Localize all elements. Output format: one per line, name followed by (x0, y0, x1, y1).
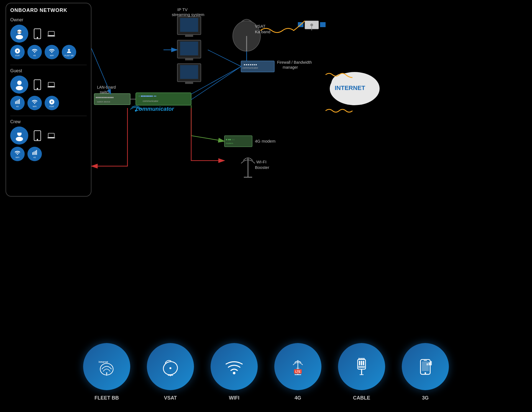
svg-rect-15 (16, 101, 17, 104)
guest-avatar (10, 76, 28, 94)
owner-avatar (10, 25, 28, 43)
svg-rect-3 (20, 31, 22, 33)
svg-rect-44 (305, 21, 319, 29)
svg-rect-17 (19, 99, 20, 104)
svg-rect-37 (185, 82, 193, 84)
svg-rect-31 (185, 35, 193, 37)
guest-4g-badge: 4G (10, 96, 25, 110)
wifi-icon (224, 357, 244, 376)
svg-text:inmarsat: inmarsat (99, 361, 108, 363)
guest-label: Guest (10, 68, 87, 73)
svg-rect-26 (34, 151, 34, 155)
svg-text:■■■■■■■■■■■■: ■■■■■■■■■■■■ (96, 96, 114, 99)
crew-wifi-badge: WiFi (10, 147, 25, 161)
svg-point-19 (16, 137, 23, 141)
4g-item: LTE 4G (274, 343, 321, 401)
svg-text:○ ■■■■■■■■ ●●: ○ ■■■■■■■■ ●● (139, 95, 157, 97)
svg-rect-105 (363, 361, 364, 365)
svg-line-78 (208, 50, 241, 66)
svg-text:IP TV: IP TV (177, 7, 188, 12)
guest-section: Guest (10, 68, 87, 110)
cable-item: CABLE (338, 343, 385, 401)
svg-rect-28 (36, 150, 37, 154)
svg-rect-25 (32, 152, 33, 155)
svg-rect-27 (35, 151, 36, 155)
svg-point-95 (233, 372, 235, 374)
owner-services: VSAT 4G WiFi FLEET BB (10, 45, 87, 59)
svg-point-10 (16, 86, 23, 90)
crew-devices (10, 127, 87, 145)
svg-rect-24 (48, 133, 54, 137)
svg-rect-59 (136, 93, 191, 105)
svg-point-74 (356, 76, 378, 96)
svg-rect-7 (48, 31, 54, 35)
owner-label: Owner (10, 17, 87, 22)
svg-point-23 (37, 139, 38, 140)
svg-text:Ka band: Ka band (255, 29, 270, 34)
guest-tablet (32, 78, 42, 91)
svg-rect-21 (17, 131, 21, 132)
vsat-item: VSAT (147, 343, 194, 401)
svg-point-9 (17, 81, 22, 85)
crew-laptop (46, 129, 56, 142)
onboard-title: ONBOARD NETWORK (10, 7, 87, 13)
crew-section: Crew (10, 119, 87, 161)
svg-point-75 (334, 86, 375, 102)
svg-text:■ ■■ ○○: ■ ■■ ○○ (226, 138, 235, 141)
owner-section: Owner (10, 17, 87, 59)
vsat-label: VSAT (164, 395, 177, 401)
guest-laptop (46, 78, 56, 91)
svg-text:manager: manager (283, 65, 298, 69)
svg-rect-45 (298, 22, 303, 27)
cable-label: CABLE (353, 395, 370, 401)
svg-text:modem: modem (226, 142, 233, 145)
diagram-container: ONBOARD NETWORK Owner (0, 0, 532, 291)
svg-rect-34 (185, 58, 193, 60)
crew-tablet (32, 129, 42, 142)
svg-rect-125 (431, 361, 432, 365)
3g-item: 3G (402, 343, 449, 401)
svg-text:communicator: communicator (143, 100, 158, 102)
svg-rect-36 (180, 65, 198, 79)
guest-vsat-badge: VSAT (45, 96, 59, 110)
svg-point-72 (330, 72, 380, 105)
onboard-panel: ONBOARD NETWORK Owner (6, 3, 91, 197)
svg-line-79 (91, 48, 111, 94)
vsat-circle (147, 343, 194, 390)
guest-wifi-badge: WiFi (27, 96, 42, 110)
fleet-bb-label: FLEET BB (94, 395, 119, 401)
owner-wifi-badge: WiFi (45, 45, 59, 59)
svg-rect-106 (358, 366, 365, 368)
svg-text:WI-FI: WI-FI (256, 159, 267, 164)
svg-rect-104 (361, 361, 362, 365)
svg-rect-16 (18, 100, 19, 104)
fleet-bb-circle: inmarsat (83, 343, 130, 390)
wifi-label: WIFI (229, 395, 239, 401)
owner-devices (10, 25, 87, 43)
svg-text:INTERNET: INTERNET (335, 84, 365, 91)
fleet-bb-item: inmarsat FLEET BB (83, 343, 130, 401)
svg-text:■ ■ ■ ■ ■ ■ ■: ■ ■ ■ ■ ■ ■ ■ (244, 63, 257, 66)
wifi-circle (211, 343, 258, 390)
svg-text:Firewall / Bandwidth: Firewall / Bandwidth (277, 60, 312, 65)
owner-laptop (46, 27, 56, 40)
wifi-item: WIFI (211, 343, 258, 401)
4g-circle: LTE (274, 343, 321, 390)
svg-point-8 (68, 49, 70, 51)
svg-point-63 (135, 110, 137, 112)
vsat-icon (161, 357, 180, 376)
svg-text:VSAT: VSAT (255, 24, 265, 29)
svg-rect-14 (15, 101, 16, 104)
svg-rect-124 (429, 362, 430, 365)
svg-point-12 (37, 88, 38, 89)
svg-rect-30 (180, 18, 198, 32)
svg-point-1 (16, 35, 23, 39)
owner-fleetbb-badge: FLEET BB (62, 45, 76, 59)
svg-rect-29 (177, 17, 201, 35)
svg-text:4G modem: 4G modem (255, 139, 275, 143)
crew-4g-badge: 4G (27, 147, 42, 161)
svg-rect-54 (94, 94, 130, 105)
svg-point-40 (233, 21, 260, 51)
svg-rect-49 (241, 61, 274, 72)
3g-label: 3G (422, 395, 429, 401)
